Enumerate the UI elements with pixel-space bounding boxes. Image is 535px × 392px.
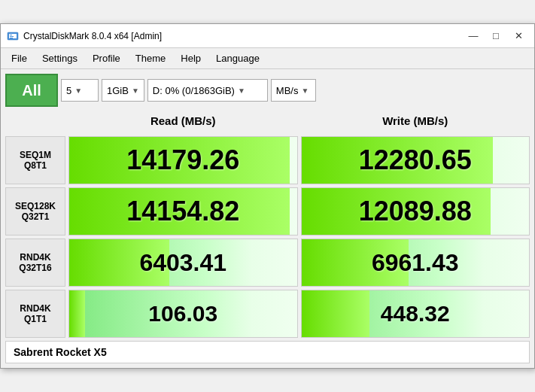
bench-write-0: 12280.65 <box>301 136 530 184</box>
svg-rect-2 <box>10 35 12 35</box>
unit-value: MB/s <box>276 85 299 96</box>
drive-name: Sabrent Rocket X5 <box>14 346 107 358</box>
bench-label-line2: Q32T1 <box>22 211 50 222</box>
main-content: All 5 ▼ 1GiB ▼ D: 0% (0/1863GiB) ▼ MB/s … <box>1 69 534 368</box>
title-bar: CrystalDiskMark 8.0.4 x64 [Admin] — □ ✕ <box>1 24 534 48</box>
window-title: CrystalDiskMark 8.0.4 x64 [Admin] <box>23 31 162 41</box>
bench-write-value: 448.32 <box>381 301 450 327</box>
bench-write-2: 6961.43 <box>301 239 530 287</box>
menu-bar: FileSettingsProfileThemeHelpLanguage <box>1 48 534 69</box>
bench-read-0: 14179.26 <box>68 136 298 184</box>
table-header: Read (MB/s) Write (MB/s) <box>5 111 530 133</box>
table-row: SEQ128KQ32T114154.8212089.88 <box>5 187 530 236</box>
bench-label-line1: RND4K <box>20 303 50 314</box>
bench-read-value: 14154.82 <box>126 196 239 227</box>
bench-label-2: RND4KQ32T16 <box>5 239 65 287</box>
drive-value: D: 0% (0/1863GiB) <box>153 85 235 96</box>
bench-label-3: RND4KQ1T1 <box>5 290 65 338</box>
app-window: CrystalDiskMark 8.0.4 x64 [Admin] — □ ✕ … <box>0 23 535 369</box>
menu-item-language[interactable]: Language <box>208 50 267 67</box>
drive-footer: Sabrent Rocket X5 <box>5 341 530 363</box>
maximize-button[interactable]: □ <box>486 29 506 44</box>
menu-item-theme[interactable]: Theme <box>128 50 173 67</box>
bench-label-line1: SEQ128K <box>15 201 56 211</box>
size-dropdown[interactable]: 1GiB ▼ <box>102 79 144 102</box>
bench-label-1: SEQ128KQ32T1 <box>5 187 65 236</box>
menu-item-file[interactable]: File <box>4 50 35 67</box>
toolbar: All 5 ▼ 1GiB ▼ D: 0% (0/1863GiB) ▼ MB/s … <box>5 74 530 107</box>
size-value: 1GiB <box>107 85 129 96</box>
runs-dropdown-arrow: ▼ <box>74 87 82 95</box>
all-button[interactable]: All <box>5 74 58 107</box>
unit-dropdown[interactable]: MB/s ▼ <box>271 79 316 102</box>
bench-read-2: 6403.41 <box>68 239 298 287</box>
svg-rect-3 <box>10 36 14 37</box>
bench-read-3: 106.03 <box>68 290 298 338</box>
table-row: RND4KQ32T166403.416961.43 <box>5 239 530 287</box>
header-write: Write (MB/s) <box>301 111 530 130</box>
menu-item-settings[interactable]: Settings <box>35 50 85 67</box>
bench-write-value: 12280.65 <box>359 144 472 176</box>
bench-label-line2: Q8T1 <box>24 160 47 171</box>
bench-read-value: 106.03 <box>148 301 217 327</box>
bench-read-1: 14154.82 <box>68 187 298 236</box>
drive-dropdown-arrow: ▼ <box>238 87 245 95</box>
menu-item-help[interactable]: Help <box>173 50 208 67</box>
bench-write-value: 6961.43 <box>372 249 459 277</box>
table-row: SEQ1MQ8T114179.2612280.65 <box>5 136 530 184</box>
title-bar-controls: — □ ✕ <box>464 29 528 44</box>
unit-dropdown-arrow: ▼ <box>301 87 309 95</box>
bench-label-line2: Q1T1 <box>24 314 47 324</box>
bench-label-0: SEQ1MQ8T1 <box>5 136 65 184</box>
drive-dropdown[interactable]: D: 0% (0/1863GiB) ▼ <box>147 79 268 102</box>
bench-read-value: 14179.26 <box>126 144 239 176</box>
bench-label-line1: RND4K <box>20 252 50 263</box>
svg-rect-4 <box>10 38 13 38</box>
runs-dropdown[interactable]: 5 ▼ <box>61 79 99 102</box>
title-bar-left: CrystalDiskMark 8.0.4 x64 [Admin] <box>7 30 162 42</box>
bench-write-1: 12089.88 <box>301 187 530 236</box>
bench-read-value: 6403.41 <box>139 249 226 277</box>
runs-value: 5 <box>66 85 71 96</box>
bench-label-line2: Q32T16 <box>19 263 51 273</box>
bench-write-3: 448.32 <box>301 290 530 338</box>
minimize-button[interactable]: — <box>464 29 483 44</box>
app-icon <box>7 30 19 42</box>
header-read: Read (MB/s) <box>68 111 298 130</box>
close-button[interactable]: ✕ <box>509 29 528 44</box>
header-empty <box>5 111 65 130</box>
bench-label-line1: SEQ1M <box>20 150 51 160</box>
table-row: RND4KQ1T1106.03448.32 <box>5 290 530 338</box>
bench-write-value: 12089.88 <box>359 196 472 227</box>
menu-item-profile[interactable]: Profile <box>85 50 128 67</box>
size-dropdown-arrow: ▼ <box>132 87 139 95</box>
benchmark-rows: SEQ1MQ8T114179.2612280.65SEQ128KQ32T1141… <box>5 136 530 338</box>
